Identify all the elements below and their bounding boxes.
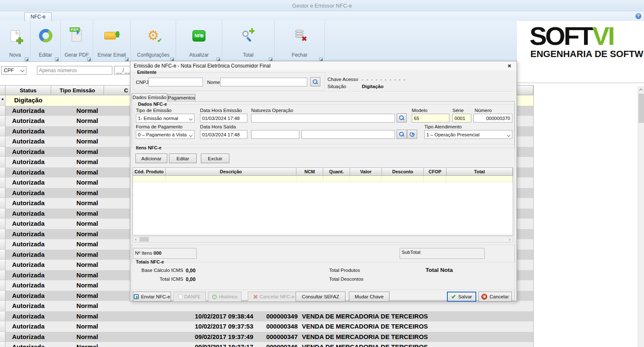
item-grid-column-header[interactable]: Descrição — [166, 168, 296, 175]
nova-button[interactable]: Nova — [0, 21, 31, 61]
aux-search-button[interactable] — [397, 130, 407, 139]
cancelar-button[interactable]: ✖ Cancelar — [478, 292, 512, 302]
refresh-button[interactable] — [407, 130, 417, 139]
row-selector-cell[interactable] — [0, 260, 5, 270]
row-selector-cell[interactable] — [0, 332, 5, 342]
row-selector-cell[interactable] — [0, 188, 5, 198]
item-grid-column-header[interactable]: Quant. — [323, 168, 350, 175]
enviar-nfce-button[interactable]: Enviar NFC-e — [133, 292, 171, 302]
table-row[interactable]: Autorizada Normal 09/02/2017 19:37:17 00… — [0, 342, 533, 347]
table-row[interactable]: Autorizada Normal 10/02/2017 09:38:44 00… — [0, 311, 533, 322]
document-type-select[interactable]: CPF — [1, 66, 26, 75]
configuracoes-button[interactable]: ⚙ ✔ Configurações — [131, 21, 176, 61]
fechar-button[interactable]: ✖ Fechar — [275, 21, 325, 61]
row-selector-cell[interactable] — [0, 342, 5, 347]
row-selector-cell[interactable] — [0, 136, 5, 147]
row-selector-cell[interactable] — [0, 106, 5, 116]
close-icon[interactable]: ✖ — [506, 63, 513, 69]
emitente-search-button[interactable] — [310, 77, 320, 86]
tab-nfce[interactable]: NFC-e — [24, 12, 52, 21]
row-selector-cell[interactable] — [0, 270, 5, 281]
cnpj-field[interactable] — [148, 78, 203, 86]
scroll-up-icon[interactable] — [639, 86, 644, 93]
scroll-left-icon[interactable]: ‹ — [133, 237, 139, 242]
editar-button[interactable]: Editar — [31, 21, 61, 61]
enviar-email-button[interactable]: Enviar Email — [93, 21, 131, 61]
row-selector-cell[interactable] — [0, 250, 5, 260]
serie-field[interactable]: 0001 — [452, 114, 471, 123]
natureza-field[interactable] — [251, 114, 395, 123]
row-selector-cell[interactable] — [0, 157, 5, 167]
adicionar-button[interactable]: Adicionar — [135, 154, 167, 163]
historico-button[interactable]: Histórico — [208, 292, 242, 302]
row-selector-cell[interactable] — [0, 198, 5, 209]
mudar-chave-button[interactable]: Mudar Chave — [349, 292, 390, 302]
modelo-field[interactable]: 65 — [412, 114, 449, 123]
cell-status: Digitação — [5, 95, 51, 106]
aux-field-1[interactable] — [251, 130, 299, 139]
window-titlebar[interactable]: Gestor e Emissor NFC-e — [0, 0, 644, 11]
row-selector-cell[interactable] — [0, 167, 5, 178]
editar-label: Editar — [39, 52, 52, 58]
dialog-titlebar[interactable]: Emissão de NFC-e - Nota Fiscal Eletrônic… — [130, 61, 517, 70]
tipo-atendimento-select[interactable]: 1 – Operação Presencial — [424, 130, 512, 139]
header-status[interactable]: Status — [5, 86, 51, 95]
nome-field[interactable] — [220, 78, 307, 86]
data-emissao-field[interactable]: 01/03/2024 17:48 — [200, 114, 247, 123]
row-selector-cell[interactable] — [0, 219, 5, 229]
atualizar-button[interactable]: NFe Atualizar — [176, 21, 222, 61]
data-saida-field[interactable]: 01/03/2024 17:48 — [200, 130, 247, 139]
row-selector-cell[interactable]: * — [0, 95, 5, 106]
row-selector-cell[interactable] — [0, 311, 5, 322]
cancelar-nfce-button[interactable]: Cancelar NFC-e — [248, 292, 299, 302]
horizontal-scrollbar[interactable]: ‹ › — [132, 236, 513, 243]
item-grid-column-header[interactable]: Desconto — [382, 168, 424, 175]
item-grid-column-header[interactable]: NCM — [296, 168, 323, 175]
salvar-button[interactable]: ✔ Salvar — [447, 292, 476, 302]
scrollbar-thumb[interactable] — [140, 237, 149, 242]
forma-pagamento-select[interactable]: 0 – Pagamento á Vista — [136, 130, 195, 139]
natureza-search-button[interactable] — [397, 113, 407, 123]
scroll-right-icon[interactable]: › — [507, 237, 513, 242]
row-selector-cell[interactable] — [0, 177, 5, 188]
row-selector-cell[interactable] — [0, 126, 5, 137]
excluir-button[interactable]: Excluir — [201, 154, 229, 163]
editar-item-button[interactable]: Editar — [169, 154, 197, 163]
table-row[interactable]: Autorizada Normal — [0, 301, 533, 311]
row-selector-cell[interactable] — [0, 209, 5, 219]
dialog-launcher-icon[interactable] — [25, 57, 29, 61]
row-selector-cell[interactable] — [0, 239, 5, 250]
item-grid-column-header[interactable]: Valor — [350, 168, 382, 175]
total-button[interactable]: Total — [222, 21, 275, 61]
row-selector-cell[interactable] — [0, 116, 5, 126]
dialog-launcher-icon[interactable] — [55, 57, 59, 61]
item-grid-column-header[interactable]: Total — [447, 168, 513, 175]
grid-corner-cell[interactable] — [0, 86, 5, 95]
consultar-sefaz-button[interactable]: Consultar SEFAZ — [296, 292, 345, 302]
aux-field-2[interactable] — [301, 130, 395, 139]
search-input[interactable] — [37, 66, 112, 75]
tipo-emissao-select[interactable]: 1- Emissão normal — [136, 114, 195, 123]
row-selector-cell[interactable] — [0, 147, 5, 157]
gerar-pdf-button[interactable]: PDF Gerar PDF — [61, 21, 93, 61]
tab-pagamentos[interactable]: Pagamentos — [168, 94, 195, 102]
header-tipo-emissao[interactable]: Tipo Emissão — [51, 86, 104, 95]
table-row[interactable]: Autorizada Normal 09/02/2017 19:37:49 00… — [0, 332, 533, 342]
item-grid-column-header[interactable]: CFOP — [424, 168, 447, 175]
help-icon[interactable]: ? — [635, 13, 641, 19]
numero-field[interactable]: 000000370 — [473, 114, 512, 123]
scrollbar-thumb[interactable] — [639, 94, 644, 123]
row-selector-cell[interactable] — [0, 229, 5, 240]
tab-dados-emissao[interactable]: Dados Emissão — [132, 93, 167, 102]
row-selector-cell[interactable] — [0, 301, 5, 311]
dialog-launcher-icon[interactable] — [125, 57, 129, 61]
row-selector-cell[interactable] — [0, 321, 5, 332]
item-grid-column-header[interactable]: Cód. Produto — [133, 168, 166, 175]
row-selector-cell[interactable] — [0, 291, 5, 301]
danfe-button[interactable]: DANFE — [173, 292, 206, 302]
row-selector-cell[interactable] — [0, 280, 5, 291]
vertical-scrollbar[interactable] — [638, 86, 644, 347]
dialog-launcher-icon[interactable] — [87, 57, 91, 61]
table-row[interactable]: Autorizada Normal 10/02/2017 09:37:53 00… — [0, 321, 533, 332]
items-grid-new-row[interactable] — [133, 176, 513, 182]
